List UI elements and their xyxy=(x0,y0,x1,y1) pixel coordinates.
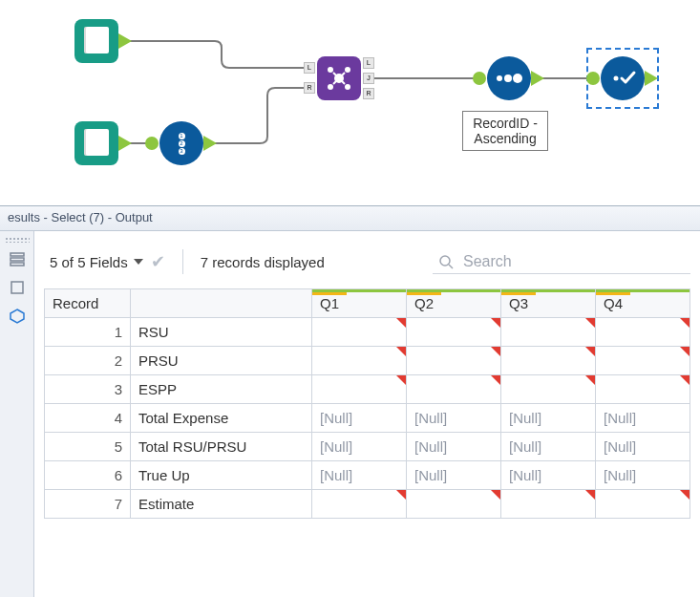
table-row[interactable]: 7Estimate xyxy=(45,490,690,519)
col-q4[interactable]: Q4 xyxy=(596,289,690,318)
svg-rect-14 xyxy=(11,258,24,261)
error-flag-icon xyxy=(585,347,595,356)
tool-record-id[interactable]: 123 xyxy=(159,121,203,165)
cell[interactable]: [Null] xyxy=(596,433,690,461)
output-anchor[interactable] xyxy=(118,136,132,151)
cell[interactable] xyxy=(596,347,690,375)
output-anchor[interactable] xyxy=(645,71,658,86)
table-row[interactable]: 6True Up[Null][Null][Null][Null] xyxy=(45,461,690,490)
input-anchor[interactable] xyxy=(145,137,159,150)
output-anchor[interactable] xyxy=(531,71,544,86)
join-anchor-r-out[interactable]: R xyxy=(363,88,374,99)
cell[interactable] xyxy=(312,490,407,519)
cell[interactable] xyxy=(312,347,407,375)
col-q1[interactable]: Q1 xyxy=(312,289,407,318)
divider xyxy=(182,249,183,274)
cell[interactable] xyxy=(501,375,596,404)
results-toolbar: 5 of 5 Fields ✔ 7 records displayed xyxy=(44,241,690,283)
table-row[interactable]: 1RSU xyxy=(45,318,690,347)
col-q3[interactable]: Q3 xyxy=(501,289,596,318)
cell[interactable]: [Null] xyxy=(312,461,407,490)
cell[interactable]: [Null] xyxy=(596,404,690,433)
output-anchor[interactable] xyxy=(203,136,217,151)
cell[interactable] xyxy=(407,318,501,347)
cell[interactable] xyxy=(501,490,596,519)
input-anchor[interactable] xyxy=(473,72,486,85)
col-name[interactable] xyxy=(131,289,312,318)
view-table-button[interactable] xyxy=(5,246,30,271)
cell[interactable]: [Null] xyxy=(312,433,407,461)
sort-icon xyxy=(495,70,523,87)
book-icon xyxy=(84,129,109,158)
svg-point-2 xyxy=(345,67,350,73)
select-icon xyxy=(608,69,637,88)
fields-dropdown[interactable]: 5 of 5 Fields ✔ xyxy=(44,251,165,272)
output-anchor[interactable] xyxy=(118,33,132,49)
cell[interactable] xyxy=(596,490,690,519)
error-flag-icon xyxy=(396,347,406,356)
cell[interactable] xyxy=(312,375,407,404)
view-config-button[interactable] xyxy=(5,304,30,329)
cell[interactable] xyxy=(501,318,596,347)
cell[interactable]: [Null] xyxy=(407,461,501,490)
join-anchor-left-in[interactable]: L xyxy=(304,62,315,74)
error-flag-icon xyxy=(680,347,689,356)
table-icon xyxy=(9,250,26,267)
col-record[interactable]: Record xyxy=(45,289,131,318)
col-q2[interactable]: Q2 xyxy=(407,289,501,318)
table-row[interactable]: 3ESPP xyxy=(45,375,690,404)
cell[interactable]: [Null] xyxy=(407,404,501,433)
tool-text-input-1[interactable] xyxy=(74,19,118,63)
cell[interactable]: [Null] xyxy=(596,461,690,490)
row-name: Total Expense xyxy=(131,404,312,433)
results-table[interactable]: Record Q1 Q2 Q3 Q4 1RSU2PRSU3ESPP4Total … xyxy=(44,288,690,519)
join-anchor-j-out[interactable]: J xyxy=(363,73,374,84)
error-flag-icon xyxy=(396,375,406,385)
cell[interactable] xyxy=(501,347,596,375)
error-flag-icon xyxy=(396,318,406,328)
grip-icon xyxy=(5,237,30,243)
annotation-text: Ascending xyxy=(474,131,536,146)
record-count: 7 records displayed xyxy=(201,254,325,270)
cell[interactable] xyxy=(407,490,501,519)
cell[interactable]: [Null] xyxy=(501,433,596,461)
search-box[interactable] xyxy=(433,250,690,274)
row-index: 1 xyxy=(45,318,131,347)
cell[interactable] xyxy=(407,375,501,404)
cell[interactable] xyxy=(407,347,501,375)
row-index: 7 xyxy=(45,490,131,519)
tool-sort[interactable] xyxy=(487,56,531,100)
workflow-canvas[interactable]: 123 L R L J R RecordID - Ascending xyxy=(0,0,700,201)
chevron-down-icon xyxy=(134,259,143,265)
cell[interactable]: [Null] xyxy=(407,433,501,461)
cell[interactable]: [Null] xyxy=(312,404,407,433)
error-flag-icon xyxy=(491,490,500,500)
panel-title: esults - Select (7) - Output xyxy=(0,206,700,231)
svg-point-3 xyxy=(328,84,333,90)
results-panel: esults - Select (7) - Output 5 of 5 Fiel… xyxy=(0,205,700,597)
cell[interactable] xyxy=(596,318,690,347)
annotation-text: RecordID - xyxy=(473,116,538,131)
input-anchor[interactable] xyxy=(586,72,600,85)
cell[interactable]: [Null] xyxy=(501,461,596,490)
join-anchor-right-in[interactable]: R xyxy=(304,82,315,94)
join-anchor-l-out[interactable]: L xyxy=(363,57,374,69)
row-name: Total RSU/PRSU xyxy=(131,433,312,461)
tool-join[interactable] xyxy=(317,56,361,100)
svg-rect-15 xyxy=(11,263,24,266)
svg-line-8 xyxy=(341,80,345,84)
search-input[interactable] xyxy=(461,252,685,271)
table-row[interactable]: 5Total RSU/PRSU[Null][Null][Null][Null] xyxy=(45,433,690,461)
tool-text-input-2[interactable] xyxy=(74,121,118,165)
svg-point-9 xyxy=(497,75,502,81)
cell[interactable]: [Null] xyxy=(501,404,596,433)
tool-annotation[interactable]: RecordID - Ascending xyxy=(462,111,548,151)
tool-select[interactable] xyxy=(601,56,645,100)
cell[interactable] xyxy=(312,318,407,347)
cell[interactable] xyxy=(596,375,690,404)
fields-label: 5 of 5 Fields xyxy=(50,254,128,270)
row-name: Estimate xyxy=(131,490,312,519)
view-metadata-button[interactable] xyxy=(5,275,30,300)
table-row[interactable]: 4Total Expense[Null][Null][Null][Null] xyxy=(45,404,690,433)
table-row[interactable]: 2PRSU xyxy=(45,347,690,375)
